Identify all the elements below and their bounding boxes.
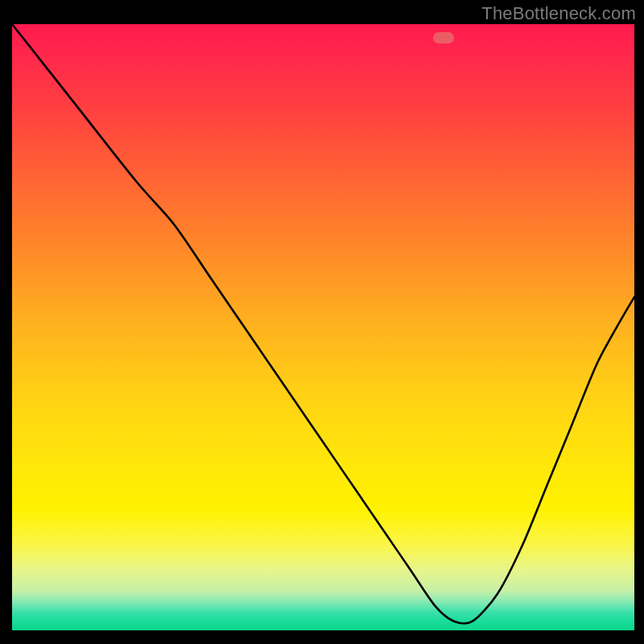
curve-layer bbox=[12, 24, 634, 630]
optimal-marker bbox=[433, 32, 454, 43]
chart-container: TheBottleneck.com bbox=[0, 0, 644, 644]
plot-area bbox=[12, 24, 634, 630]
plot-frame bbox=[12, 24, 634, 630]
bottleneck-curve bbox=[12, 24, 634, 624]
attribution-label: TheBottleneck.com bbox=[481, 3, 636, 24]
